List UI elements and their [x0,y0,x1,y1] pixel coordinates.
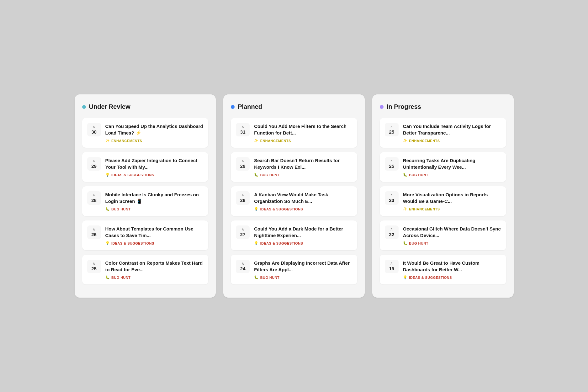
upvote-arrow[interactable]: ∧ [93,227,95,231]
card-tag: ✨ENHANCEMENTS [403,139,501,143]
card[interactable]: ∧30Can You Speed Up the Analytics Dashbo… [82,118,209,148]
card-content: Search Bar Doesn't Return Results for Ke… [254,157,352,177]
card-tag: 🐛BUG HUNT [254,173,352,177]
vote-count: 25 [389,129,395,135]
column-under-review: Under Review∧30Can You Speed Up the Anal… [75,94,216,298]
card-title: Mobile Interface Is Clunky and Freezes o… [105,191,204,204]
vote-box[interactable]: ∧27 [236,225,250,239]
vote-box[interactable]: ∧30 [87,123,101,136]
card-tag: ✨ENHANCEMENTS [403,207,501,211]
tag-icon: 🐛 [403,173,407,177]
card-title: Can You Include Team Activity Logs for B… [403,123,501,136]
vote-box[interactable]: ∧22 [385,225,399,239]
vote-box[interactable]: ∧29 [236,157,250,171]
tag-text: BUG HUNT [409,241,428,245]
upvote-arrow[interactable]: ∧ [390,262,393,265]
tag-icon: ✨ [105,139,110,143]
upvote-arrow[interactable]: ∧ [93,193,95,197]
card-content: A Kanban View Would Make Task Organizati… [254,191,352,211]
vote-box[interactable]: ∧31 [236,123,250,136]
card[interactable]: ∧29Search Bar Doesn't Return Results for… [231,152,357,182]
vote-box[interactable]: ∧28 [87,191,101,205]
tag-text: IDEAS & SUGGESTIONS [260,207,303,211]
card[interactable]: ∧27Could You Add a Dark Mode for a Bette… [231,220,357,250]
upvote-arrow[interactable]: ∧ [241,193,244,197]
card[interactable]: ∧22Occasional Glitch Where Data Doesn't … [380,220,506,250]
tag-icon: 💡 [105,173,110,177]
tag-text: ENHANCEMENTS [409,207,440,211]
vote-count: 29 [91,163,97,169]
upvote-arrow[interactable]: ∧ [93,125,95,129]
column-in-progress: In Progress∧25Can You Include Team Activ… [372,94,514,298]
card-content: Please Add Zapier Integration to Connect… [105,157,204,177]
upvote-arrow[interactable]: ∧ [241,227,244,231]
card[interactable]: ∧28Mobile Interface Is Clunky and Freeze… [82,186,209,216]
card[interactable]: ∧25Color Contrast on Reports Makes Text … [82,255,209,284]
vote-box[interactable]: ∧19 [385,260,399,273]
column-header-in-progress: In Progress [380,103,506,110]
upvote-arrow[interactable]: ∧ [93,262,95,265]
vote-box[interactable]: ∧25 [87,260,101,273]
vote-box[interactable]: ∧23 [385,191,399,205]
vote-count: 25 [91,266,97,271]
upvote-arrow[interactable]: ∧ [241,262,244,265]
card-title: More Visualization Options in Reports Wo… [403,191,501,204]
vote-box[interactable]: ∧24 [236,260,250,273]
tag-text: ENHANCEMENTS [260,139,291,143]
card-tag: ✨ENHANCEMENTS [105,139,204,143]
upvote-arrow[interactable]: ∧ [390,227,393,231]
card-content: Mobile Interface Is Clunky and Freezes o… [105,191,204,211]
upvote-arrow[interactable]: ∧ [390,159,393,163]
card[interactable]: ∧23More Visualization Options in Reports… [380,186,506,216]
tag-icon: 💡 [254,207,258,211]
vote-count: 31 [240,129,246,135]
vote-box[interactable]: ∧29 [87,157,101,171]
card[interactable]: ∧25Recurring Tasks Are Duplicating Unint… [380,152,506,182]
card[interactable]: ∧28A Kanban View Would Make Task Organiz… [231,186,357,216]
card-title: How About Templates for Common Use Cases… [105,225,204,239]
card-title: Could You Add More Filters to the Search… [254,123,352,136]
tag-icon: 🐛 [254,275,258,279]
card[interactable]: ∧25Can You Include Team Activity Logs fo… [380,118,506,148]
tag-text: BUG HUNT [260,276,280,279]
card-tag: 💡IDEAS & SUGGESTIONS [105,241,204,245]
tag-text: ENHANCEMENTS [409,139,440,143]
card-content: Could You Add More Filters to the Search… [254,123,352,143]
vote-count: 28 [91,198,97,203]
upvote-arrow[interactable]: ∧ [390,193,393,197]
card-content: More Visualization Options in Reports Wo… [403,191,501,211]
vote-box[interactable]: ∧25 [385,157,399,171]
tag-text: BUG HUNT [111,207,131,211]
upvote-arrow[interactable]: ∧ [93,159,95,163]
card[interactable]: ∧19It Would Be Great to Have Custom Dash… [380,255,506,284]
column-dot-planned [231,105,235,109]
card[interactable]: ∧31Could You Add More Filters to the Sea… [231,118,357,148]
card-content: Could You Add a Dark Mode for a Better N… [254,225,352,245]
card-content: Occasional Glitch Where Data Doesn't Syn… [403,225,501,245]
card[interactable]: ∧29Please Add Zapier Integration to Conn… [82,152,209,182]
tag-icon: ✨ [403,207,407,211]
kanban-board: Under Review∧30Can You Speed Up the Anal… [75,94,514,298]
column-header-under-review: Under Review [82,103,209,110]
card-content: Recurring Tasks Are Duplicating Unintent… [403,157,501,177]
tag-icon: 🐛 [403,241,407,245]
tag-text: ENHANCEMENTS [111,139,142,143]
tag-icon: ✨ [403,139,407,143]
column-dot-under-review [82,105,86,109]
column-title-planned: Planned [238,103,262,110]
upvote-arrow[interactable]: ∧ [390,125,393,129]
card-tag: 💡IDEAS & SUGGESTIONS [105,173,204,177]
vote-count: 23 [389,198,395,203]
vote-box[interactable]: ∧25 [385,123,399,136]
column-title-under-review: Under Review [89,103,130,110]
card-tag: 🐛BUG HUNT [254,275,352,279]
tag-text: IDEAS & SUGGESTIONS [111,241,154,245]
upvote-arrow[interactable]: ∧ [241,159,244,163]
tag-icon: 💡 [105,241,110,245]
vote-box[interactable]: ∧26 [87,225,101,239]
card[interactable]: ∧24Graphs Are Displaying Incorrect Data … [231,255,357,284]
card[interactable]: ∧26How About Templates for Common Use Ca… [82,220,209,250]
vote-box[interactable]: ∧28 [236,191,250,205]
vote-count: 26 [91,232,97,237]
upvote-arrow[interactable]: ∧ [241,125,244,129]
